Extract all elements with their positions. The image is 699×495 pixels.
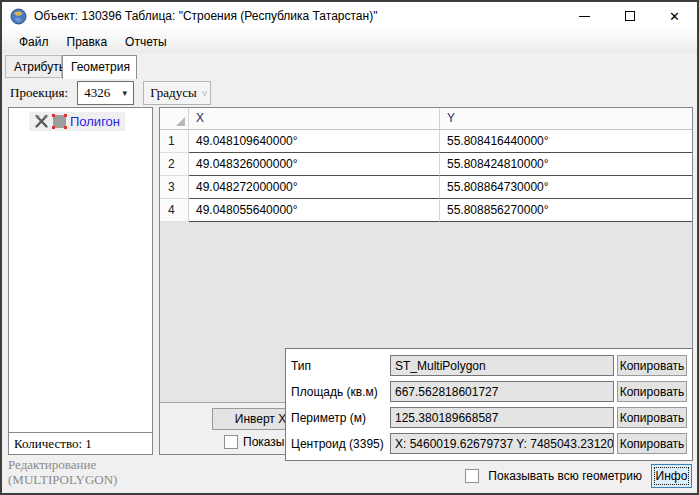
minimize-icon xyxy=(579,16,590,17)
show-all-geometry-checkbox[interactable] xyxy=(465,469,479,483)
info-value-field[interactable]: ST_MultiPolygon xyxy=(390,355,614,376)
row-number[interactable]: 1 xyxy=(160,130,189,153)
info-label: Центроид (3395) xyxy=(291,437,390,451)
close-icon: ✕ xyxy=(669,10,680,23)
minimize-button[interactable] xyxy=(562,2,607,30)
info-row-centroid: Центроид (3395) X: 5460019.62679737 Y: 7… xyxy=(291,431,687,456)
table-row: 3 49.048272000000° 55.808864730000° xyxy=(160,176,692,199)
tab-attributes[interactable]: Атрибуты xyxy=(5,55,62,78)
info-value-field[interactable]: 125.380189668587 xyxy=(390,407,614,428)
projection-label: Проекция: xyxy=(10,85,68,101)
info-label: Тип xyxy=(291,359,390,373)
chevron-down-icon: ˅ xyxy=(202,88,208,99)
units-value: Градусы xyxy=(150,85,197,101)
cell-x[interactable]: 49.048055640000° xyxy=(189,199,440,222)
table-row: 4 49.048055640000° 55.808856270000° xyxy=(160,199,692,222)
edit-mode-status: Редактирование (MULTIPOLYGON) xyxy=(8,457,117,487)
show-checkbox-row: Показы xyxy=(224,435,284,449)
show-checkbox-label: Показы xyxy=(243,435,284,449)
column-header-x[interactable]: X xyxy=(189,108,440,129)
status-bar-actions: Показывать всю геометрию Инфо xyxy=(465,464,692,488)
close-button[interactable]: ✕ xyxy=(652,2,697,30)
cell-y[interactable]: 55.808424810000° xyxy=(440,153,692,176)
row-number[interactable]: 4 xyxy=(160,199,189,222)
tree-item-polygon[interactable]: Полигон xyxy=(29,112,125,131)
info-row-area: Площадь (кв.м) 667.562818601727 Копирова… xyxy=(291,379,687,404)
window-title: Объект: 130396 Таблица: "Строения (Респу… xyxy=(34,9,377,23)
object-geometry-window: Объект: 130396 Таблица: "Строения (Респу… xyxy=(0,0,699,495)
projection-value: 4326 xyxy=(84,85,110,101)
row-number[interactable]: 3 xyxy=(160,176,189,199)
copy-button[interactable]: Копировать xyxy=(617,381,687,402)
chevron-down-icon: ▾ xyxy=(123,88,128,98)
copy-button[interactable]: Копировать xyxy=(617,407,687,428)
column-header-y[interactable]: Y xyxy=(440,108,692,129)
edit-mode-line1: Редактирование xyxy=(8,457,117,472)
count-label: Количество: 1 xyxy=(8,432,153,455)
cell-y[interactable]: 55.808864730000° xyxy=(440,176,692,199)
show-all-geometry-label: Показывать всю геометрию xyxy=(488,469,642,483)
copy-button[interactable]: Копировать xyxy=(617,433,687,454)
edit-mode-line2: (MULTIPOLYGON) xyxy=(8,472,117,487)
info-value-field[interactable]: X: 5460019.62679737 Y: 7485043.2312051 xyxy=(390,433,614,454)
checkbox-icon[interactable] xyxy=(224,435,238,449)
geometry-info-popup: Тип ST_MultiPolygon Копировать Площадь (… xyxy=(285,348,693,461)
grid-header: X Y xyxy=(160,108,692,130)
menu-edit[interactable]: Правка xyxy=(59,32,116,52)
projection-select[interactable]: 4326 ▾ xyxy=(77,81,134,105)
geometry-tree-panel: Полигон Количество: 1 xyxy=(8,107,153,455)
menu-reports[interactable]: Отчеты xyxy=(117,32,174,52)
table-row: 1 49.048109640000° 55.808416440000° xyxy=(160,130,692,153)
window-controls: ✕ xyxy=(562,2,697,30)
info-row-type: Тип ST_MultiPolygon Копировать xyxy=(291,353,687,378)
title-bar: Объект: 130396 Таблица: "Строения (Респу… xyxy=(2,2,697,30)
menu-file[interactable]: Файл xyxy=(11,32,57,52)
copy-button[interactable]: Копировать xyxy=(617,355,687,376)
projection-toolbar: Проекция: 4326 ▾ Градусы ˅ xyxy=(2,78,697,108)
select-all-corner[interactable] xyxy=(160,108,189,129)
info-label: Площадь (кв.м) xyxy=(291,385,390,399)
info-row-perimeter: Периметр (м) 125.380189668587 Копировать xyxy=(291,405,687,430)
tab-bar: Атрибуты Геометрия xyxy=(2,53,697,78)
maximize-icon xyxy=(625,11,635,21)
tree-item-label: Полигон xyxy=(70,114,120,129)
table-row: 2 49.048326000000° 55.808424810000° xyxy=(160,153,692,176)
cell-y[interactable]: 55.808416440000° xyxy=(440,130,692,153)
polygon-icon xyxy=(53,115,66,128)
cell-x[interactable]: 49.048109640000° xyxy=(189,130,440,153)
maximize-button[interactable] xyxy=(607,2,652,30)
globe-icon xyxy=(10,8,27,25)
cell-x[interactable]: 49.048326000000° xyxy=(189,153,440,176)
cell-x[interactable]: 49.048272000000° xyxy=(189,176,440,199)
info-label: Периметр (м) xyxy=(291,411,390,425)
tab-geometry[interactable]: Геометрия xyxy=(62,55,137,79)
info-value-field[interactable]: 667.562818601727 xyxy=(390,381,614,402)
edit-tools-icon xyxy=(34,114,49,129)
info-button[interactable]: Инфо xyxy=(651,464,692,488)
row-number[interactable]: 2 xyxy=(160,153,189,176)
units-select[interactable]: Градусы ˅ xyxy=(143,81,211,105)
menu-bar: Файл Правка Отчеты xyxy=(2,30,697,53)
cell-y[interactable]: 55.808856270000° xyxy=(440,199,692,222)
